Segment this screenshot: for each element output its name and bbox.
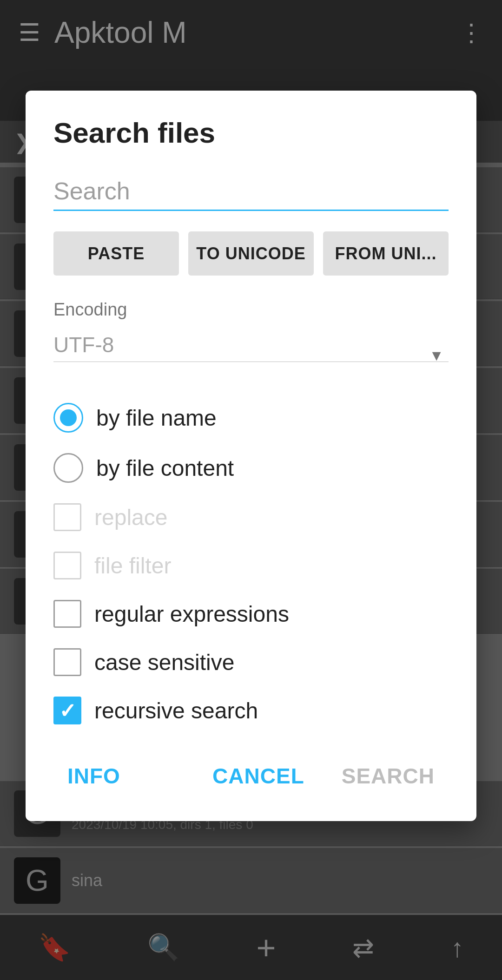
checkbox-label-replace: replace	[94, 505, 167, 530]
search-button[interactable]: SEARCH	[328, 754, 449, 798]
checkbox-options: replace file filter regular expressions …	[53, 503, 449, 724]
checkbox-label-case-sensitive: case sensitive	[94, 650, 234, 675]
from-unicode-button[interactable]: FROM UNI...	[323, 231, 449, 276]
checkbox-regular-expressions[interactable]: regular expressions	[53, 600, 449, 628]
checkbox-label-recursive-search: recursive search	[94, 698, 258, 723]
search-input[interactable]	[53, 172, 449, 211]
radio-by-file-content[interactable]: by file content	[53, 453, 449, 483]
checkbox-label-file-filter: file filter	[94, 553, 171, 579]
encoding-select-wrapper[interactable]: UTF-8 UTF-16 ASCII ISO-8859-1	[53, 328, 449, 382]
checkbox-box-file-filter	[53, 552, 81, 579]
checkbox-recursive-search[interactable]: recursive search	[53, 697, 449, 724]
dialog-action-buttons: INFO CANCEL SEARCH	[53, 745, 449, 798]
radio-circle-file-name	[53, 403, 83, 433]
encoding-label: Encoding	[53, 300, 449, 320]
radio-by-file-name[interactable]: by file name	[53, 403, 449, 433]
search-files-dialog: Search files PASTE TO UNICODE FROM UNI..…	[26, 91, 476, 821]
dialog-title: Search files	[53, 116, 449, 149]
checkbox-replace: replace	[53, 503, 449, 531]
checkbox-box-recursive-search	[53, 697, 81, 724]
radio-label-file-name: by file name	[96, 405, 217, 431]
checkbox-box-regular-expressions	[53, 600, 81, 628]
to-unicode-button[interactable]: TO UNICODE	[188, 231, 314, 276]
checkbox-label-regular-expressions: regular expressions	[94, 601, 289, 627]
checkbox-box-case-sensitive	[53, 648, 81, 676]
checkbox-file-filter: file filter	[53, 552, 449, 579]
paste-button[interactable]: PASTE	[53, 231, 179, 276]
checkbox-box-replace	[53, 503, 81, 531]
action-buttons-row: PASTE TO UNICODE FROM UNI...	[53, 231, 449, 276]
checkbox-case-sensitive[interactable]: case sensitive	[53, 648, 449, 676]
info-button[interactable]: INFO	[53, 754, 134, 798]
cancel-button[interactable]: CANCEL	[198, 754, 318, 798]
encoding-select[interactable]: UTF-8 UTF-16 ASCII ISO-8859-1	[53, 328, 449, 362]
search-type-options: by file name by file content	[53, 403, 449, 483]
radio-label-file-content: by file content	[96, 455, 234, 481]
search-input-container	[53, 172, 449, 211]
radio-circle-file-content	[53, 453, 83, 483]
